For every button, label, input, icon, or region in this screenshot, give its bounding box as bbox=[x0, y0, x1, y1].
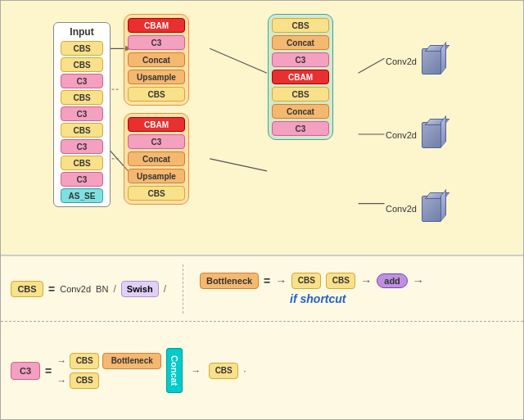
input-box: Input CBS CBS C3 CBS C3 CBS C3 CBS C3 AS… bbox=[53, 22, 111, 207]
block-cbs-1: CBS bbox=[61, 41, 103, 56]
block-cbs-5: CBS bbox=[61, 156, 103, 170]
block-cbs-col2-2: CBS bbox=[128, 186, 185, 201]
output-block-3-side bbox=[440, 189, 446, 222]
svg-line-3 bbox=[210, 159, 267, 171]
swish-block-legend: Swish bbox=[121, 281, 159, 297]
block-cbs-2: CBS bbox=[61, 57, 103, 72]
cbs-block-c3-out: CBS bbox=[209, 363, 238, 379]
block-upsample-2: Upsample bbox=[128, 169, 185, 183]
c3-dot: · bbox=[243, 365, 246, 377]
block-concat-1: Concat bbox=[128, 52, 185, 67]
col2-top: CBAM C3 Concat Upsample CBS CBAM C3 Conc… bbox=[124, 14, 189, 205]
c3-arr-2: → bbox=[56, 375, 66, 386]
output-2: Conv2d bbox=[386, 122, 441, 148]
bottom-area: CBS = Conv2d BN / Swish / Bottleneck = →… bbox=[1, 255, 523, 419]
block-concat-col3-1: Concat bbox=[272, 35, 329, 50]
cbs-block-c3-2: CBS bbox=[70, 373, 99, 389]
c3-arr-out: → bbox=[191, 365, 201, 377]
c3-path-bottom: → CBS bbox=[56, 373, 161, 389]
eq-sign-2: = bbox=[264, 274, 270, 287]
top-area: Input CBS CBS C3 CBS C3 CBS C3 CBS C3 AS… bbox=[1, 1, 523, 255]
block-c3-4: C3 bbox=[61, 172, 103, 187]
input-title: Input bbox=[70, 26, 93, 38]
cbs-block-bott-1: CBS bbox=[291, 273, 321, 289]
if-shortcut-text: if shortcut bbox=[290, 292, 346, 305]
conv2d-label-2: Conv2d bbox=[386, 130, 417, 140]
arrow-right-2: → bbox=[360, 274, 372, 287]
conv2d-label-1: Conv2d bbox=[386, 56, 417, 66]
bottleneck-formula: Bottleneck = → CBS CBS → add → if shortc… bbox=[200, 273, 424, 305]
block-cbs-3: CBS bbox=[61, 90, 103, 105]
output-block-2 bbox=[422, 122, 441, 148]
main-container: Input CBS CBS C3 CBS C3 CBS C3 CBS C3 AS… bbox=[0, 0, 524, 420]
block-c3-col2-2: C3 bbox=[128, 134, 185, 149]
c3-paths: → CBS Bottleneck → CBS bbox=[56, 353, 161, 389]
block-cbs-4: CBS bbox=[61, 123, 103, 138]
slash-sep-2: / bbox=[164, 283, 166, 295]
output-3: Conv2d bbox=[386, 196, 441, 222]
cbs-block-bott-2: CBS bbox=[326, 273, 355, 289]
arrow-right-3: → bbox=[413, 274, 424, 287]
block-cbam-2: CBAM bbox=[128, 117, 185, 132]
vert-sep-1 bbox=[183, 264, 183, 314]
add-block-legend: add bbox=[377, 273, 408, 288]
diagram-top: Input CBS CBS C3 CBS C3 CBS C3 CBS C3 AS… bbox=[7, 7, 517, 248]
c3-block-legend: C3 bbox=[11, 362, 40, 380]
arrow-right-1: → bbox=[275, 274, 287, 287]
group-orange-top: CBAM C3 Concat Upsample CBS bbox=[124, 14, 189, 106]
bottleneck-block-c3: Bottleneck bbox=[102, 353, 161, 369]
conv2d-label-3: Conv2d bbox=[386, 204, 417, 214]
output-block-1 bbox=[422, 48, 441, 75]
output-1: Conv2d bbox=[386, 48, 441, 75]
block-c3-col2-1: C3 bbox=[128, 35, 185, 50]
group-teal-top: CBS Concat C3 CBAM CBS Concat C3 bbox=[268, 14, 333, 140]
col3: CBS Concat C3 CBAM CBS Concat C3 bbox=[268, 14, 333, 140]
outputs-column: Conv2d Conv2d Conv2d bbox=[386, 48, 441, 222]
cbs-block-legend: CBS bbox=[11, 281, 43, 297]
block-cbs-col3-1: CBS bbox=[272, 18, 329, 33]
bn-legend-label: BN bbox=[96, 284, 108, 294]
output-block-1-side bbox=[440, 42, 446, 75]
block-cbam-1: CBAM bbox=[128, 18, 185, 33]
c3-arr-1: → bbox=[56, 355, 66, 367]
block-cbs-col3-2: CBS bbox=[272, 87, 329, 102]
c3-formula: C3 = → CBS Bottleneck → CBS bbox=[11, 348, 246, 393]
block-c3-3: C3 bbox=[61, 139, 103, 154]
svg-line-4 bbox=[359, 58, 385, 73]
block-c3-1: C3 bbox=[61, 74, 103, 88]
conv2d-legend-label: Conv2d bbox=[60, 284, 91, 294]
eq-sign-3: = bbox=[45, 364, 52, 377]
block-c3-col3-2: C3 bbox=[272, 121, 329, 136]
output-block-3 bbox=[422, 196, 441, 222]
bottleneck-eq: Bottleneck = → CBS CBS → add → bbox=[200, 273, 424, 289]
if-shortcut-label: if shortcut bbox=[200, 292, 424, 305]
eq-sign-1: = bbox=[48, 282, 55, 296]
legend-row1: CBS = Conv2d BN / Swish / Bottleneck = →… bbox=[1, 256, 523, 322]
group-orange-bottom-wrapper: CBAM C3 Concat Upsample CBS bbox=[124, 113, 189, 205]
slash-sep-1: / bbox=[113, 283, 115, 295]
block-cbs-col2-1: CBS bbox=[128, 87, 185, 102]
block-c3-2: C3 bbox=[61, 106, 103, 121]
block-concat-col3-2: Concat bbox=[272, 104, 329, 119]
block-concat-2: Concat bbox=[128, 151, 185, 166]
block-upsample-1: Upsample bbox=[128, 70, 185, 84]
legend-row2: C3 = → CBS Bottleneck → CBS bbox=[1, 322, 523, 419]
group-orange-bottom: CBAM C3 Concat Upsample CBS bbox=[124, 113, 189, 205]
output-block-2-side bbox=[440, 115, 446, 148]
block-cbam-col3: CBAM bbox=[272, 70, 329, 84]
cbs-formula: CBS = Conv2d BN / Swish / bbox=[11, 281, 166, 297]
concat-block-c3: Concat bbox=[166, 348, 183, 393]
cbs-block-c3-1: CBS bbox=[70, 353, 99, 369]
c3-path-top: → CBS Bottleneck bbox=[56, 353, 161, 369]
block-asse: AS_SE bbox=[61, 188, 103, 203]
svg-line-2 bbox=[210, 48, 267, 73]
block-c3-col3-1: C3 bbox=[272, 52, 329, 67]
bottleneck-block-legend: Bottleneck bbox=[200, 273, 259, 289]
